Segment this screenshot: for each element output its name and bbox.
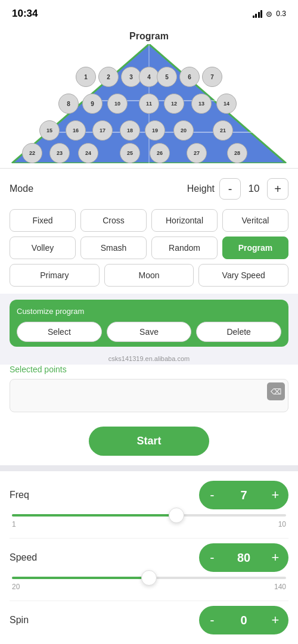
save-button[interactable]: Save <box>107 322 192 342</box>
triangle-container: 1 2 3 4 5 6 7 8 9 10 11 12 13 14 15 16 1… <box>0 44 298 163</box>
speed-slider-track[interactable] <box>12 577 286 579</box>
spin-control: - 0 + <box>199 606 288 634</box>
ball-12[interactable]: 12 <box>164 94 184 114</box>
freq-control: - 7 + <box>199 481 288 509</box>
ball-20[interactable]: 20 <box>173 120 194 141</box>
status-time: 10:34 <box>12 8 38 20</box>
mode-buttons-row3: Primary Moon Vary Speed <box>10 264 288 287</box>
mode-cross-button[interactable]: Cross <box>80 209 147 232</box>
mode-volley-button[interactable]: Volley <box>10 237 76 259</box>
mode-program-button[interactable]: Program <box>222 237 288 259</box>
freq-slider-labels: 1 10 <box>12 520 286 528</box>
wifi-icon: ⊜ <box>266 10 272 18</box>
mode-fixed-button[interactable]: Fixed <box>10 209 76 232</box>
court-header-title: Program <box>0 26 298 44</box>
ball-21[interactable]: 21 <box>213 120 233 141</box>
ball-5[interactable]: 5 <box>157 67 177 87</box>
speed-min-label: 20 <box>12 583 20 591</box>
mode-random-button[interactable]: Random <box>151 237 218 259</box>
delete-button[interactable]: Delete <box>196 322 281 342</box>
watermark: csks141319.en.alibaba.com <box>0 353 298 365</box>
speed-slider-row: 20 140 <box>10 577 288 591</box>
mode-moon-button[interactable]: Moon <box>104 264 194 287</box>
freq-plus-button[interactable]: + <box>265 484 286 506</box>
mode-buttons-row2: Volley Smash Random Program <box>10 237 288 259</box>
ball-25[interactable]: 25 <box>120 143 140 163</box>
freq-value: 7 <box>229 489 259 502</box>
customize-label: Customize program <box>17 307 281 316</box>
mode-primary-button[interactable]: Primary <box>10 264 100 287</box>
speed-plus-button[interactable]: + <box>265 547 286 568</box>
freq-max-label: 10 <box>278 520 286 528</box>
ball-14[interactable]: 14 <box>216 94 237 114</box>
ball-11[interactable]: 11 <box>139 94 159 114</box>
mode-height-row: Mode Height - 10 + <box>10 178 288 200</box>
freq-min-label: 1 <box>12 520 16 528</box>
speed-spin-divider <box>10 601 288 601</box>
selected-points-container: Selected points ⌫ <box>0 365 298 417</box>
speed-slider-fill <box>12 577 149 579</box>
ball-4[interactable]: 4 <box>139 67 159 87</box>
mode-horizontal-button[interactable]: Horizontal <box>151 209 218 232</box>
ball-7[interactable]: 7 <box>202 67 222 87</box>
spin-plus-button[interactable]: + <box>265 609 286 631</box>
freq-slider-row: 1 10 <box>10 514 288 528</box>
spin-value: 0 <box>229 614 259 627</box>
ball-1[interactable]: 1 <box>76 67 96 87</box>
select-button[interactable]: Select <box>17 322 102 342</box>
start-button[interactable]: Start <box>89 427 209 456</box>
points-wrapper: ⌫ <box>10 379 288 412</box>
status-bar: 10:34 ⊜ 0.3 <box>0 0 298 26</box>
height-plus-button[interactable]: + <box>267 178 288 200</box>
speed-value: 80 <box>229 551 259 565</box>
clear-points-button[interactable]: ⌫ <box>267 382 285 400</box>
freq-label: Freq <box>10 490 51 500</box>
ball-16[interactable]: 16 <box>66 120 86 141</box>
signal-icon <box>253 10 263 18</box>
ball-15[interactable]: 15 <box>39 120 60 141</box>
spin-label: Spin <box>10 615 51 626</box>
height-minus-button[interactable]: - <box>219 178 241 200</box>
ball-18[interactable]: 18 <box>120 120 140 141</box>
ball-22[interactable]: 22 <box>22 143 42 163</box>
speed-control: - 80 + <box>199 543 288 572</box>
ball-26[interactable]: 26 <box>150 143 170 163</box>
ball-2[interactable]: 2 <box>98 67 119 87</box>
ball-9[interactable]: 9 <box>82 94 103 114</box>
speed-row: Speed - 80 + <box>10 543 288 572</box>
customize-buttons: Select Save Delete <box>17 322 281 342</box>
battery-indicator: 0.3 <box>276 10 286 18</box>
spin-minus-button[interactable]: - <box>201 609 223 631</box>
ball-10[interactable]: 10 <box>107 94 128 114</box>
ball-6[interactable]: 6 <box>179 67 200 87</box>
section-separator <box>0 465 298 471</box>
status-icons: ⊜ 0.3 <box>253 10 286 18</box>
ball-13[interactable]: 13 <box>191 94 212 114</box>
mode-buttons-row1: Fixed Cross Horizontal Veritcal <box>10 209 288 232</box>
mode-vary-speed-button[interactable]: Vary Speed <box>198 264 288 287</box>
ball-3[interactable]: 3 <box>121 67 141 87</box>
speed-slider-thumb[interactable] <box>141 570 157 586</box>
params-section: Freq - 7 + 1 10 Speed - 80 + 20 <box>0 471 298 644</box>
customize-section: Customize program Select Save Delete <box>10 300 288 347</box>
freq-slider-fill <box>12 514 176 517</box>
freq-slider-thumb[interactable] <box>169 508 184 523</box>
freq-speed-divider <box>10 538 288 539</box>
ball-27[interactable]: 27 <box>187 143 207 163</box>
ball-19[interactable]: 19 <box>145 120 165 141</box>
height-label: Height <box>187 183 215 194</box>
mode-vertical-button[interactable]: Veritcal <box>222 209 288 232</box>
ball-28[interactable]: 28 <box>227 143 247 163</box>
start-section: Start <box>0 417 298 465</box>
freq-minus-button[interactable]: - <box>201 484 223 506</box>
speed-minus-button[interactable]: - <box>201 547 223 568</box>
ball-8[interactable]: 8 <box>58 94 79 114</box>
ball-24[interactable]: 24 <box>78 143 98 163</box>
freq-slider-track[interactable] <box>12 514 286 517</box>
ball-17[interactable]: 17 <box>92 120 113 141</box>
height-value: 10 <box>246 183 262 195</box>
controls-section: Mode Height - 10 + Fixed Cross Horizonta… <box>0 169 298 294</box>
mode-smash-button[interactable]: Smash <box>80 237 147 259</box>
selected-points-input[interactable] <box>10 379 288 412</box>
ball-23[interactable]: 23 <box>49 143 70 163</box>
